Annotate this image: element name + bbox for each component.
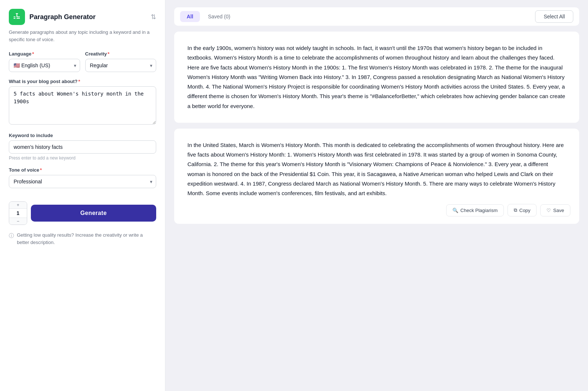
quantity-increase-button[interactable]: +: [9, 202, 27, 208]
tool-title: Paragraph Generator: [29, 13, 96, 21]
check-plagiarism-button[interactable]: 🔍 Check Plagiarism: [446, 204, 504, 216]
tool-header: Paragraph Generator ⇅: [9, 9, 156, 25]
copy-icon: ⧉: [514, 207, 517, 213]
tab-saved[interactable]: Saved (0): [201, 11, 237, 22]
creativity-select[interactable]: Regular High Low: [85, 59, 157, 72]
info-icon: ⓘ: [9, 232, 14, 240]
keyword-input[interactable]: [9, 140, 156, 154]
result-card-2: In the United States, March is Women's H…: [174, 129, 579, 224]
keyword-label: Keyword to include: [9, 133, 156, 138]
tone-select-wrapper: Professional Casual Formal Friendly: [9, 175, 156, 188]
quantity-decrease-button[interactable]: −: [9, 218, 27, 225]
tool-icon: [9, 9, 25, 25]
generate-button[interactable]: Generate: [31, 205, 156, 222]
language-select-wrapper: 🇺🇸 English (US) 🇬🇧 English (UK) 🇪🇸 Spani…: [9, 59, 80, 72]
select-all-button[interactable]: Select All: [535, 10, 573, 23]
quality-hint: ⓘ Getting low quality results? Increase …: [9, 232, 156, 246]
blog-post-label: What is your blog post about?*: [9, 79, 156, 84]
result-card-1: In the early 1900s, women's history was …: [174, 32, 579, 123]
save-button[interactable]: ♡ Save: [540, 204, 570, 216]
quantity-control: + 1 −: [9, 201, 27, 225]
keyword-section: Keyword to include Press enter to add a …: [9, 133, 156, 161]
blog-post-textarea[interactable]: 5 facts about Women's history month in t…: [9, 86, 156, 125]
result-text-2: In the United States, March is Women's H…: [187, 140, 566, 198]
language-select[interactable]: 🇺🇸 English (US) 🇬🇧 English (UK) 🇪🇸 Spani…: [9, 59, 80, 72]
tone-label: Tone of voice*: [9, 167, 156, 173]
quantity-display: 1: [9, 209, 27, 218]
paragraph-icon: [12, 12, 21, 21]
right-panel: All Saved (0) Select All In the early 19…: [165, 0, 588, 391]
creativity-select-wrapper: Regular High Low: [85, 59, 157, 72]
tabs-bar: All Saved (0) Select All: [174, 7, 579, 26]
creativity-label: Creativity*: [85, 51, 157, 57]
plagiarism-icon: 🔍: [452, 208, 458, 213]
heart-icon: ♡: [546, 208, 551, 213]
creativity-field-group: Creativity* Regular High Low: [85, 51, 157, 72]
keyword-hint: Press enter to add a new keyword: [9, 155, 156, 161]
language-field-group: Language* 🇺🇸 English (US) 🇬🇧 English (UK…: [9, 51, 80, 72]
tab-all[interactable]: All: [180, 11, 200, 22]
tone-section: Tone of voice* Professional Casual Forma…: [9, 167, 156, 188]
generate-row: + 1 − Generate: [9, 201, 156, 225]
tone-select[interactable]: Professional Casual Formal Friendly: [9, 175, 156, 188]
left-panel: Paragraph Generator ⇅ Generate paragraph…: [0, 0, 165, 391]
tool-description: Generate paragraphs about any topic incl…: [9, 29, 156, 43]
sort-icon[interactable]: ⇅: [151, 13, 156, 21]
blog-post-section: What is your blog post about?* 5 facts a…: [9, 79, 156, 126]
result-text-1: In the early 1900s, women's history was …: [187, 43, 566, 111]
card-actions-2: 🔍 Check Plagiarism ⧉ Copy ♡ Save: [446, 204, 570, 216]
language-label: Language*: [9, 51, 80, 57]
copy-button[interactable]: ⧉ Copy: [508, 204, 537, 216]
